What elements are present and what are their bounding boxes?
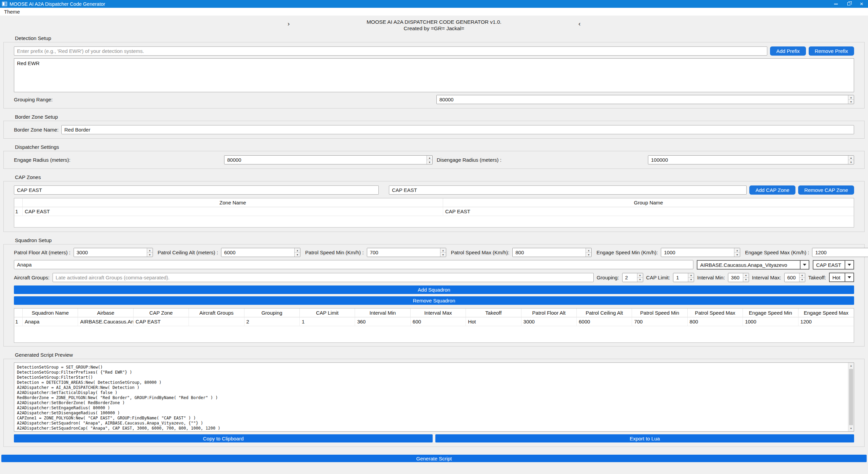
spin-down-icon[interactable]: ▼ bbox=[427, 160, 432, 164]
remove-cap-zone-button[interactable]: Remove CAP Zone bbox=[798, 185, 854, 195]
export-to-lua-button[interactable]: Export to Lua bbox=[435, 434, 854, 442]
spin-down-icon[interactable]: ▼ bbox=[848, 160, 854, 164]
spin-up-icon[interactable]: ▲ bbox=[295, 248, 300, 253]
copy-to-clipboard-button[interactable]: Copy to Clipboard bbox=[14, 434, 433, 442]
col-patrol-ceiling-alt: Patrol Ceiling Alt bbox=[577, 309, 632, 317]
cap-zone-name-input[interactable] bbox=[14, 185, 379, 195]
add-prefix-button[interactable]: Add Prefix bbox=[770, 46, 806, 56]
cell-grouping[interactable]: 2 bbox=[244, 317, 300, 326]
add-cap-zone-button[interactable]: Add CAP Zone bbox=[749, 185, 795, 195]
patrol-ceiling-alt-input[interactable] bbox=[221, 248, 294, 257]
aircraft-groups-input[interactable] bbox=[53, 273, 594, 282]
prefix-listbox[interactable]: Red EWR bbox=[14, 58, 854, 92]
spin-up-icon[interactable]: ▲ bbox=[147, 248, 153, 253]
cap-table-corner bbox=[14, 198, 23, 207]
cell-engage-speed-min[interactable]: 1000 bbox=[743, 317, 798, 326]
scroll-down-icon[interactable]: ▼ bbox=[848, 426, 854, 431]
cell-engage-speed-max[interactable]: 1200 bbox=[798, 317, 854, 326]
cell-interval-min[interactable]: 360 bbox=[355, 317, 410, 326]
menu-theme[interactable]: Theme bbox=[0, 9, 24, 15]
spin-down-icon[interactable]: ▼ bbox=[637, 278, 643, 282]
chevron-down-icon[interactable] bbox=[845, 261, 853, 269]
patrol-speed-min-spinbox: ▲▼ bbox=[367, 248, 446, 257]
spin-up-icon[interactable]: ▲ bbox=[427, 156, 432, 160]
interval-min-input[interactable] bbox=[728, 273, 743, 282]
prefix-input[interactable] bbox=[14, 46, 767, 56]
spin-up-icon[interactable]: ▲ bbox=[800, 273, 805, 278]
chevron-down-icon[interactable] bbox=[845, 273, 853, 281]
engage-speed-min-input[interactable] bbox=[661, 248, 734, 257]
spin-down-icon[interactable]: ▼ bbox=[848, 100, 854, 104]
cell-squadron-name[interactable]: Anapa bbox=[23, 317, 78, 326]
interval-max-input[interactable] bbox=[785, 273, 799, 282]
cap-table-empty-area bbox=[14, 216, 854, 227]
prefix-list-item[interactable]: Red EWR bbox=[17, 60, 851, 66]
patrol-floor-alt-input[interactable] bbox=[74, 248, 147, 257]
spin-up-icon[interactable]: ▲ bbox=[440, 248, 446, 253]
cell-patrol-speed-max[interactable]: 800 bbox=[688, 317, 743, 326]
engage-speed-max-input[interactable] bbox=[812, 248, 868, 257]
spin-down-icon[interactable]: ▼ bbox=[586, 253, 591, 257]
script-preview-textarea[interactable]: DetectionSetGroup = SET_GROUP:New() Dete… bbox=[14, 362, 854, 432]
cell-patrol-ceiling-alt[interactable]: 6000 bbox=[577, 317, 632, 326]
cap-limit-input[interactable] bbox=[673, 273, 688, 282]
spin-down-icon[interactable]: ▼ bbox=[800, 278, 805, 282]
spin-down-icon[interactable]: ▼ bbox=[147, 253, 153, 257]
spin-down-icon[interactable]: ▼ bbox=[743, 278, 749, 282]
scrollbar-thumb[interactable] bbox=[849, 369, 853, 425]
spin-up-icon[interactable]: ▲ bbox=[637, 273, 643, 278]
spin-down-icon[interactable]: ▼ bbox=[440, 253, 446, 257]
generate-script-button[interactable]: Generate Script bbox=[1, 455, 867, 462]
squadron-row-number[interactable]: 1 bbox=[14, 317, 23, 326]
spin-up-icon[interactable]: ▲ bbox=[734, 248, 740, 253]
section-dispatcher-settings: Dispatcher Settings Engage Radius (meter… bbox=[3, 143, 865, 169]
remove-squadron-button[interactable]: Remove Squadron bbox=[14, 296, 854, 305]
cell-cap-zone[interactable]: CAP EAST bbox=[134, 317, 189, 326]
close-button[interactable]: × bbox=[855, 0, 868, 8]
cap-row-zone[interactable]: CAP EAST bbox=[23, 207, 443, 216]
takeoff-combobox[interactable]: Hot bbox=[829, 273, 854, 282]
spin-down-icon[interactable]: ▼ bbox=[734, 253, 740, 257]
remove-prefix-button[interactable]: Remove Prefix bbox=[809, 46, 854, 56]
spin-up-icon[interactable]: ▲ bbox=[743, 273, 749, 278]
cell-cap-limit[interactable]: 1 bbox=[300, 317, 355, 326]
cap-group-name-input[interactable] bbox=[389, 185, 747, 195]
engage-radius-input[interactable] bbox=[224, 156, 427, 164]
spin-up-icon[interactable]: ▲ bbox=[586, 248, 591, 253]
cell-patrol-speed-min[interactable]: 700 bbox=[632, 317, 687, 326]
chevron-down-icon[interactable] bbox=[800, 261, 809, 269]
cell-aircraft-groups[interactable] bbox=[189, 317, 244, 326]
patrol-speed-min-input[interactable] bbox=[367, 248, 440, 257]
scroll-up-icon[interactable]: ▲ bbox=[848, 363, 854, 369]
cell-interval-max[interactable]: 600 bbox=[411, 317, 466, 326]
minimize-button[interactable] bbox=[829, 0, 842, 8]
vertical-scrollbar[interactable]: ▲ ▼ bbox=[848, 363, 854, 431]
patrol-speed-max-input[interactable] bbox=[513, 248, 586, 257]
disengage-radius-input[interactable] bbox=[648, 156, 848, 164]
grouping-label: Grouping: bbox=[597, 275, 619, 280]
next-arrow-button[interactable]: ‹ bbox=[578, 20, 580, 27]
cap-row-group[interactable]: CAP EAST bbox=[443, 207, 854, 216]
aircraft-groups-label: Aircraft Groups: bbox=[14, 275, 50, 280]
cell-airbase[interactable]: AIRBASE.Caucasus.Anapa... bbox=[78, 317, 133, 326]
col-engage-speed-max: Engage Speed Max bbox=[798, 309, 854, 317]
add-squadron-button[interactable]: Add Squadron bbox=[14, 285, 854, 294]
col-interval-min: Interval Min bbox=[355, 309, 410, 317]
cell-patrol-floor-alt[interactable]: 3000 bbox=[521, 317, 577, 326]
spin-up-icon[interactable]: ▲ bbox=[848, 156, 854, 160]
cap-row-number[interactable]: 1 bbox=[14, 207, 23, 216]
spin-up-icon[interactable]: ▲ bbox=[688, 273, 694, 278]
cap-zone-combobox[interactable]: CAP EAST bbox=[813, 260, 854, 270]
spin-down-icon[interactable]: ▼ bbox=[688, 278, 694, 282]
grouping-input[interactable] bbox=[623, 273, 637, 282]
airbase-combobox[interactable]: AIRBASE.Caucasus.Anapa_Vityazevo bbox=[697, 260, 809, 270]
spin-down-icon[interactable]: ▼ bbox=[295, 253, 300, 257]
squadron-name-input[interactable] bbox=[14, 260, 693, 269]
restore-button[interactable] bbox=[842, 0, 855, 8]
minimize-icon bbox=[834, 4, 838, 4]
spin-up-icon[interactable]: ▲ bbox=[848, 95, 854, 100]
cell-takeoff[interactable]: Hot bbox=[466, 317, 521, 326]
border-zone-name-input[interactable] bbox=[61, 125, 854, 134]
patrol-speed-max-label: Patrol Speed Max (Km/h): bbox=[451, 250, 510, 255]
grouping-range-input[interactable] bbox=[437, 95, 848, 104]
